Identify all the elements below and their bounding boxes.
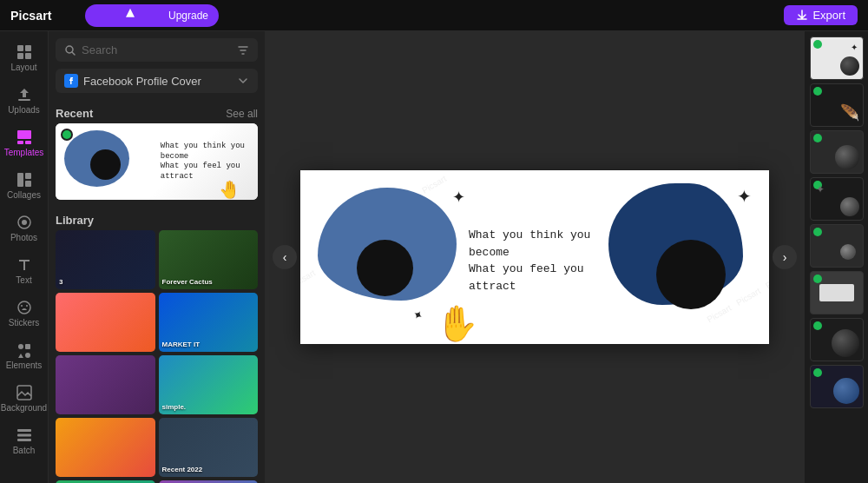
svg-rect-17 [25, 344, 30, 349]
active-indicator-8 [813, 368, 822, 377]
svg-marker-18 [18, 354, 23, 358]
canvas-area: ‹ Picsart Picsart Picsart Picsart Picsar… [266, 31, 804, 483]
right-thumb-5[interactable] [810, 224, 864, 268]
right-ball [656, 240, 726, 309]
upgrade-button[interactable]: Upgrade [85, 4, 219, 27]
quote-line-2: become [469, 246, 510, 259]
quote-line-1: What you think you [469, 228, 590, 242]
svg-rect-23 [17, 439, 31, 441]
svg-marker-1 [126, 8, 135, 17]
search-icon [64, 44, 76, 56]
svg-rect-2 [17, 45, 23, 51]
sidebar: Layout Uploads Templates Collages Photos… [0, 31, 49, 483]
active-indicator-6 [813, 275, 822, 283]
chevron-down-icon [237, 75, 249, 87]
right-thumb-6[interactable] [810, 271, 864, 314]
quote-line-4: attract [469, 280, 516, 293]
right-thumb-1[interactable]: ✦ [810, 36, 864, 80]
templates-panel: Facebook Profile Cover Recent See all Wh… [49, 31, 266, 483]
next-arrow[interactable]: › [773, 245, 797, 269]
canvas-text-box[interactable]: What you think you become What you feel … [457, 218, 602, 303]
hand-decoration: 🤚 [219, 179, 240, 200]
template-thumb-6[interactable]: simple. [159, 355, 259, 414]
sidebar-item-elements[interactable]: Elements [3, 336, 46, 375]
logo: Picsart Upgrade [10, 4, 219, 27]
svg-rect-4 [17, 53, 23, 59]
sidebar-item-stickers[interactable]: Stickers [3, 294, 46, 333]
active-indicator-7 [813, 321, 822, 330]
facebook-icon [64, 74, 78, 88]
active-indicator [813, 40, 822, 49]
svg-point-16 [18, 344, 23, 349]
right-thumb-3[interactable] [810, 130, 864, 174]
active-indicator-2 [813, 87, 822, 96]
svg-rect-6 [18, 99, 30, 101]
library-header: Library [49, 207, 265, 230]
active-badge [61, 129, 73, 141]
left-ball [357, 240, 413, 296]
svg-rect-3 [25, 45, 31, 51]
sidebar-item-photos[interactable]: Photos [3, 208, 46, 248]
right-thumb-7[interactable] [810, 318, 864, 361]
svg-rect-21 [17, 429, 31, 432]
svg-rect-5 [25, 53, 31, 59]
svg-rect-20 [17, 386, 31, 400]
sidebar-item-collages[interactable]: Collages [3, 166, 46, 205]
category-selector[interactable]: Facebook Profile Cover [56, 69, 258, 93]
template-thumb-1[interactable]: 3 [56, 230, 155, 289]
prev-arrow[interactable]: ‹ [273, 245, 297, 269]
star-decoration-3: ✦ [411, 307, 426, 324]
right-thumb-2[interactable]: 🪶 [810, 83, 864, 127]
svg-point-15 [18, 301, 30, 314]
design-canvas[interactable]: Picsart Picsart Picsart Picsart Picsart … [300, 170, 769, 344]
svg-rect-9 [25, 141, 31, 144]
sidebar-item-background[interactable]: Background [3, 379, 46, 418]
template-thumb-7[interactable] [56, 418, 155, 477]
template-thumb-5[interactable] [56, 355, 155, 414]
right-thumb-8[interactable] [810, 365, 864, 408]
active-indicator-3 [813, 134, 822, 142]
export-button[interactable]: Export [784, 5, 858, 25]
hand-element: 🤚 [435, 303, 478, 344]
active-indicator-5 [813, 228, 822, 236]
sidebar-item-text[interactable]: Text [3, 251, 46, 290]
sidebar-item-layout[interactable]: Layout [3, 38, 46, 77]
template-thumb-8[interactable]: Recent 2022 [159, 418, 259, 477]
sidebar-item-batch[interactable]: Batch [3, 421, 46, 460]
svg-rect-11 [25, 173, 31, 179]
sidebar-item-templates[interactable]: Templates [3, 123, 46, 162]
search-input[interactable] [82, 43, 232, 56]
quote-line-3: What you feel you [469, 262, 584, 275]
sidebar-item-uploads[interactable]: Uploads [3, 81, 46, 120]
search-bar[interactable] [56, 38, 258, 62]
svg-rect-7 [17, 130, 31, 139]
svg-text:Picsart: Picsart [10, 9, 52, 23]
template-thumb-4[interactable]: MARKET IT [159, 293, 259, 352]
template-grid: 3 Forever Cactus MARKET IT simple. Recen… [49, 230, 265, 483]
template-thumb-2[interactable]: Forever Cactus [159, 230, 259, 289]
template-thumb-3[interactable] [56, 293, 155, 352]
right-thumb-4[interactable]: ✦ [810, 177, 864, 221]
star-decoration-2: ✦ [737, 186, 752, 207]
topbar: Picsart Upgrade Export [0, 0, 868, 31]
recent-template[interactable]: What you think youbecomeWhat you feel yo… [56, 123, 258, 200]
ball-shape [90, 149, 121, 180]
star-decoration-1: ✦ [452, 188, 465, 207]
svg-point-14 [22, 220, 27, 225]
right-panel: ✦ 🪶 ✦ [804, 31, 868, 483]
main-area: Layout Uploads Templates Collages Photos… [0, 31, 868, 483]
template-text: What you think youbecomeWhat you feel yo… [161, 142, 245, 182]
svg-rect-12 [25, 181, 31, 187]
svg-rect-22 [17, 434, 31, 437]
svg-rect-10 [17, 173, 23, 187]
recent-header: Recent See all [49, 100, 265, 123]
svg-rect-8 [17, 141, 23, 144]
filter-icon [237, 44, 249, 56]
picsart-logo: Picsart [10, 7, 80, 24]
svg-rect-19 [25, 353, 30, 358]
